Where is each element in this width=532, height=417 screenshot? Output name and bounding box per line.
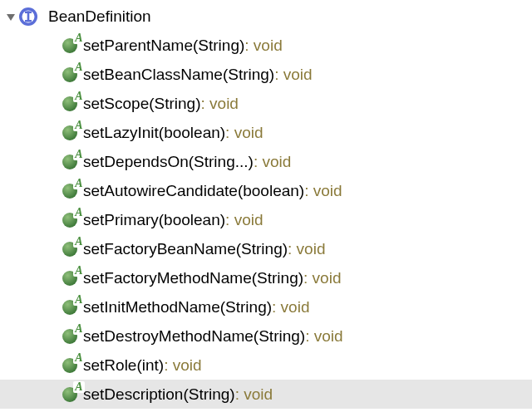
tree-method-row[interactable]: A setDependsOn(String...) : void: [0, 147, 532, 176]
method-icon: A: [60, 152, 80, 172]
svg-rect-5: [25, 20, 32, 22]
tree-method-row[interactable]: A setParentName(String) : void: [0, 31, 532, 60]
method-signature: setDestroyMethodName(String): [83, 327, 305, 346]
method-icon: A: [60, 268, 80, 288]
method-icon: A: [60, 94, 80, 114]
method-icon: A: [60, 123, 80, 143]
method-signature: setAutowireCandidate(boolean): [83, 182, 304, 200]
method-return-type: : void: [304, 182, 342, 200]
abstract-badge-icon: A: [73, 91, 85, 102]
method-signature: setInitMethodName(String): [83, 298, 272, 316]
method-icon: A: [60, 36, 80, 56]
tree-method-row[interactable]: A setPrimary(boolean) : void: [0, 205, 532, 234]
method-return-type: : void: [235, 385, 273, 404]
method-icon: A: [60, 356, 80, 375]
tree-root-row[interactable]: BeanDefinition: [0, 2, 532, 31]
method-return-type: : void: [225, 211, 263, 229]
abstract-badge-icon: A: [73, 323, 85, 335]
abstract-badge-icon: A: [73, 352, 85, 364]
tree-method-row[interactable]: A setBeanClassName(String) : void: [0, 60, 532, 89]
method-signature: setRole(int): [83, 356, 164, 375]
abstract-badge-icon: A: [73, 149, 85, 160]
method-icon: A: [60, 181, 80, 201]
method-return-type: : void: [201, 95, 239, 113]
method-return-type: : void: [274, 66, 312, 84]
svg-marker-0: [7, 14, 15, 21]
tree-method-row[interactable]: A setAutowireCandidate(boolean) : void: [0, 176, 532, 205]
method-return-type: : void: [303, 269, 341, 287]
method-icon: A: [60, 239, 80, 259]
abstract-badge-icon: A: [73, 120, 85, 131]
svg-rect-4: [27, 11, 30, 20]
method-return-type: : void: [254, 153, 291, 171]
method-return-type: : void: [164, 356, 201, 375]
abstract-badge-icon: A: [73, 294, 85, 306]
tree-method-row[interactable]: A setLazyInit(boolean) : void: [0, 118, 532, 147]
abstract-badge-icon: A: [73, 207, 85, 218]
abstract-badge-icon: A: [73, 236, 85, 248]
tree-method-row[interactable]: A setFactoryBeanName(String) : void: [0, 234, 532, 263]
method-signature: setBeanClassName(String): [83, 66, 274, 84]
tree-method-row[interactable]: A setDestroyMethodName(String) : void: [0, 321, 532, 351]
interface-icon: [18, 7, 38, 27]
method-icon: A: [60, 326, 80, 346]
method-return-type: : void: [305, 327, 342, 346]
method-return-type: : void: [244, 37, 282, 55]
method-icon: A: [60, 385, 80, 405]
abstract-badge-icon: A: [73, 381, 85, 393]
method-icon: A: [60, 65, 80, 85]
abstract-badge-icon: A: [73, 265, 85, 277]
method-return-type: : void: [225, 124, 263, 142]
method-return-type: : void: [288, 240, 325, 258]
tree-method-row[interactable]: A setRole(int) : void: [0, 351, 532, 380]
method-signature: setScope(String): [83, 95, 201, 113]
method-signature: setFactoryMethodName(String): [83, 269, 303, 287]
expand-arrow-icon[interactable]: [5, 11, 17, 22]
abstract-badge-icon: A: [73, 178, 85, 189]
abstract-badge-icon: A: [73, 32, 85, 44]
method-signature: setParentName(String): [83, 37, 244, 55]
method-icon: A: [60, 210, 80, 230]
abstract-badge-icon: A: [73, 61, 85, 73]
method-signature: setDescription(String): [83, 385, 235, 404]
tree-method-row[interactable]: A setFactoryMethodName(String) : void: [0, 263, 532, 292]
tree-method-row[interactable]: A setDescription(String) : void: [0, 380, 532, 409]
structure-tree: BeanDefinition A setParentName(String) :…: [0, 0, 532, 409]
method-signature: setPrimary(boolean): [83, 211, 225, 229]
method-return-type: : void: [272, 298, 309, 316]
root-label: BeanDefinition: [48, 7, 151, 26]
tree-method-row[interactable]: A setInitMethodName(String) : void: [0, 292, 532, 321]
method-signature: setLazyInit(boolean): [83, 124, 225, 142]
method-icon: A: [60, 297, 80, 317]
method-signature: setDependsOn(String...): [83, 153, 254, 171]
method-signature: setFactoryBeanName(String): [83, 240, 288, 258]
tree-method-row[interactable]: A setScope(String) : void: [0, 89, 532, 118]
